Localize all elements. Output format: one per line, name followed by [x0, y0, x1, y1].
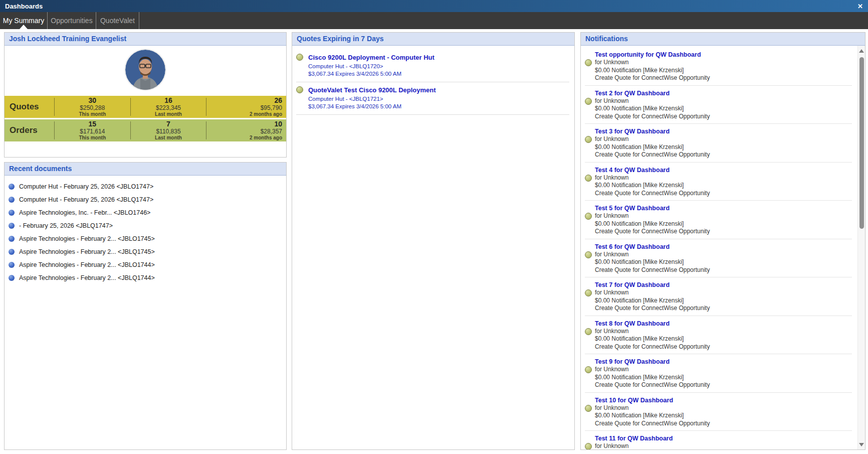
stat-period: This month [79, 135, 106, 141]
notification-title-link[interactable]: Test 3 for QW Dashboard [595, 127, 852, 135]
scroll-down-icon [859, 443, 864, 446]
quotes-last-month: 16 $223,345 Last month [130, 98, 206, 116]
quotes-two-months-ago: 26 $95,790 2 months ago [206, 98, 286, 116]
notification-amount: $0.00 Notification [Mike Krzenski] [595, 220, 852, 228]
notification-amount: $0.00 Notification [Mike Krzenski] [595, 67, 852, 75]
notification-action: Create Quote for ConnectWise Opportunity [595, 113, 852, 121]
orders-row: Orders 15 $171,614 This month 7 $110,835… [5, 119, 286, 141]
recent-documents-header: Recent documents [5, 163, 286, 176]
notification-status-icon [585, 59, 592, 66]
quote-title-link[interactable]: Cisco 9200L Deployment - Computer Hut [308, 53, 435, 62]
document-list-item[interactable]: Aspire Technologies, Inc. - Febr... <JBL… [9, 206, 282, 219]
document-icon [9, 223, 15, 229]
tab-label: My Summary [3, 17, 44, 25]
notification-title-link[interactable]: Test 10 for QW Dashboard [595, 396, 852, 404]
document-icon [9, 262, 15, 268]
expiring-quote-item[interactable]: QuoteValet Test Cisco 9200L Deployment C… [296, 82, 569, 115]
quote-item-text: QuoteValet Test Cisco 9200L Deployment C… [308, 86, 436, 110]
tab-quotevalet[interactable]: QuoteValet [96, 12, 139, 29]
document-label: Computer Hut - February 25, 2026 <JBLO17… [19, 183, 153, 190]
stat-count: 15 [89, 120, 97, 128]
notification-title-link[interactable]: Test 2 for QW Dashboard [595, 89, 852, 97]
quotes-label: Quotes [5, 96, 54, 118]
document-list-item[interactable]: Aspire Technologies - February 2... <JBL… [9, 232, 282, 245]
document-list-item[interactable]: Computer Hut - February 25, 2026 <JBLO17… [9, 180, 282, 193]
document-label: Aspire Technologies - February 2... <JBL… [19, 248, 155, 255]
recent-documents-list: Computer Hut - February 25, 2026 <JBLO17… [5, 176, 286, 284]
notification-action: Create Quote for ConnectWise Opportunity [595, 151, 852, 159]
stat-period: This month [79, 111, 106, 117]
document-list-item[interactable]: Aspire Technologies - February 2... <JBL… [9, 271, 282, 284]
notification-item[interactable]: Test 6 for QW Dashboard for Unknown $0.0… [585, 239, 852, 278]
stat-count: 30 [89, 96, 97, 105]
notification-item[interactable]: Test 11 for QW Dashboard for Unknown $0.… [585, 431, 852, 450]
orders-this-month: 15 $171,614 This month [54, 121, 130, 139]
document-label: Aspire Technologies - February 2... <JBL… [19, 261, 155, 268]
active-tab-indicator [20, 25, 28, 29]
expiring-quote-item[interactable]: Cisco 9200L Deployment - Computer Hut Co… [296, 50, 569, 82]
notification-status-icon [585, 366, 592, 373]
document-label: Aspire Technologies, Inc. - Febr... <JBL… [19, 209, 150, 216]
notification-recipient: for Unknown [595, 251, 852, 259]
quote-title-link[interactable]: QuoteValet Test Cisco 9200L Deployment [308, 86, 436, 94]
tab-label: Opportunities [51, 17, 92, 25]
notification-item[interactable]: Test 3 for QW Dashboard for Unknown $0.0… [585, 124, 852, 163]
notification-title-link[interactable]: Test 4 for QW Dashboard [595, 166, 852, 174]
stat-count: 10 [274, 120, 282, 128]
quotes-expiring-panel: Quotes Expiring in 7 Days Cisco 9200L De… [292, 32, 575, 450]
scroll-down-button[interactable] [858, 440, 865, 448]
notification-recipient: for Unknown [595, 366, 852, 374]
tab-my-summary[interactable]: My Summary [0, 12, 48, 29]
notification-recipient: for Unknown [595, 212, 852, 220]
notification-title-link[interactable]: Test 6 for QW Dashboard [595, 243, 852, 251]
notification-title-link[interactable]: Test 8 for QW Dashboard [595, 320, 852, 328]
notification-status-icon [585, 98, 592, 105]
notification-status-icon [585, 443, 592, 450]
notification-recipient: for Unknown [595, 97, 852, 105]
stat-amount: $171,614 [80, 128, 105, 135]
notification-title-link[interactable]: Test 7 for QW Dashboard [595, 281, 852, 289]
notification-status-icon [585, 136, 592, 143]
notification-title-link[interactable]: Test 5 for QW Dashboard [595, 204, 852, 212]
notification-recipient: for Unknown [595, 442, 852, 450]
notification-item[interactable]: Test 8 for QW Dashboard for Unknown $0.0… [585, 316, 852, 355]
stat-amount: $223,345 [156, 104, 181, 111]
document-icon [9, 197, 15, 203]
document-list-item[interactable]: - February 25, 2026 <JBLQ1747> [9, 219, 282, 232]
notification-recipient: for Unknown [595, 328, 852, 336]
avatar [125, 50, 165, 90]
notification-amount: $0.00 Notification [Mike Krzenski] [595, 412, 852, 420]
close-icon[interactable]: ✕ [857, 3, 863, 10]
notification-item[interactable]: Test 2 for QW Dashboard for Unknown $0.0… [585, 86, 852, 124]
notification-item[interactable]: Test 9 for QW Dashboard for Unknown $0.0… [585, 354, 852, 393]
notification-status-icon [585, 289, 592, 296]
notification-recipient: for Unknown [595, 174, 852, 182]
notification-item[interactable]: Test 7 for QW Dashboard for Unknown $0.0… [585, 277, 852, 316]
notification-amount: $0.00 Notification [Mike Krzenski] [595, 105, 852, 113]
notification-item[interactable]: Test 5 for QW Dashboard for Unknown $0.0… [585, 201, 852, 239]
notification-action: Create Quote for ConnectWise Opportunity [595, 228, 852, 236]
scroll-up-button[interactable] [858, 47, 865, 55]
quote-expiry: $3,067.34 Expires 3/4/2026 5:00 AM [308, 103, 436, 110]
document-list-item[interactable]: Computer Hut - February 25, 2026 <JBLQ17… [9, 193, 282, 206]
scrollbar-thumb[interactable] [859, 57, 864, 229]
notification-title-link[interactable]: Test opportunity for QW Dashboard [595, 51, 852, 59]
notifications-panel: Notifications Test opportunity for QW Da… [580, 32, 865, 450]
stat-period: 2 months ago [250, 111, 282, 117]
notification-item[interactable]: Test 10 for QW Dashboard for Unknown $0.… [585, 393, 852, 431]
document-list-item[interactable]: Aspire Technologies - February 2... <JBL… [9, 245, 282, 258]
document-list-item[interactable]: Aspire Technologies - February 2... <JBL… [9, 258, 282, 271]
notification-item[interactable]: Test 4 for QW Dashboard for Unknown $0.0… [585, 163, 852, 201]
notification-title-link[interactable]: Test 11 for QW Dashboard [595, 434, 852, 442]
notification-title-link[interactable]: Test 9 for QW Dashboard [595, 358, 852, 366]
quote-customer: Computer Hut - <JBLQ1721> [308, 95, 436, 103]
notifications-scrollbar[interactable] [857, 46, 865, 449]
quotes-expiring-header: Quotes Expiring in 7 Days [292, 33, 574, 46]
notification-action: Create Quote for ConnectWise Opportunity [595, 190, 852, 198]
stat-count: 16 [164, 96, 172, 105]
scroll-up-icon [859, 49, 864, 53]
notification-item[interactable]: Test opportunity for QW Dashboard for Un… [585, 47, 852, 86]
document-icon [9, 184, 15, 190]
notification-action: Create Quote for ConnectWise Opportunity [595, 74, 852, 82]
tab-opportunities[interactable]: Opportunities [48, 12, 96, 29]
